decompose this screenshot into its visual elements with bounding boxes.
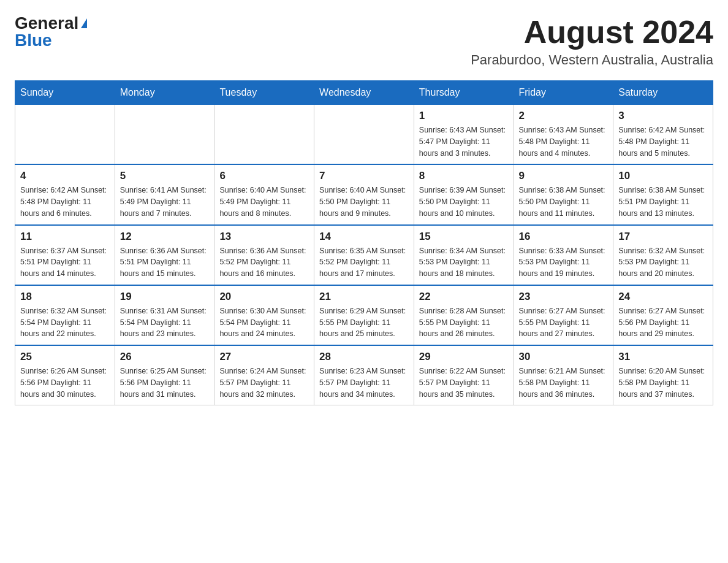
day-info: Sunrise: 6:32 AM Sunset: 5:54 PM Dayligh… [20,305,110,340]
day-info: Sunrise: 6:38 AM Sunset: 5:50 PM Dayligh… [519,185,609,219]
day-number: 3 [618,110,708,122]
day-number: 17 [618,231,708,243]
calendar-cell [115,105,214,165]
day-info: Sunrise: 6:42 AM Sunset: 5:48 PM Dayligh… [20,185,110,219]
calendar-week-row: 1Sunrise: 6:43 AM Sunset: 5:47 PM Daylig… [15,105,713,165]
location-title: Paraburdoo, Western Australia, Australia [471,52,713,68]
day-number: 20 [219,291,309,303]
calendar-cell: 12Sunrise: 6:36 AM Sunset: 5:51 PM Dayli… [115,225,214,285]
calendar-cell: 31Sunrise: 6:20 AM Sunset: 5:58 PM Dayli… [613,345,713,405]
day-info: Sunrise: 6:41 AM Sunset: 5:49 PM Dayligh… [120,185,210,219]
day-number: 22 [419,291,509,303]
day-number: 11 [20,231,110,243]
calendar-cell: 13Sunrise: 6:36 AM Sunset: 5:52 PM Dayli… [214,225,314,285]
calendar-cell: 11Sunrise: 6:37 AM Sunset: 5:51 PM Dayli… [15,225,115,285]
column-header-tuesday: Tuesday [214,81,314,105]
day-number: 7 [319,170,409,182]
day-info: Sunrise: 6:43 AM Sunset: 5:48 PM Dayligh… [519,124,609,159]
column-header-wednesday: Wednesday [314,81,414,105]
day-number: 18 [20,291,110,303]
calendar-week-row: 18Sunrise: 6:32 AM Sunset: 5:54 PM Dayli… [15,285,713,345]
day-number: 10 [618,170,708,182]
calendar-table: SundayMondayTuesdayWednesdayThursdayFrid… [15,80,713,405]
calendar-cell: 28Sunrise: 6:23 AM Sunset: 5:57 PM Dayli… [314,345,414,405]
day-info: Sunrise: 6:23 AM Sunset: 5:57 PM Dayligh… [319,366,409,400]
day-number: 14 [319,231,409,243]
calendar-cell: 14Sunrise: 6:35 AM Sunset: 5:52 PM Dayli… [314,225,414,285]
calendar-cell: 7Sunrise: 6:40 AM Sunset: 5:50 PM Daylig… [314,164,414,224]
calendar-cell: 2Sunrise: 6:43 AM Sunset: 5:48 PM Daylig… [514,105,613,165]
day-number: 24 [618,291,708,303]
day-number: 29 [419,351,509,363]
logo-general-text: General [15,15,78,32]
calendar-cell: 20Sunrise: 6:30 AM Sunset: 5:54 PM Dayli… [214,285,314,345]
day-info: Sunrise: 6:38 AM Sunset: 5:51 PM Dayligh… [618,185,708,219]
day-info: Sunrise: 6:27 AM Sunset: 5:55 PM Dayligh… [519,305,609,340]
day-number: 12 [120,231,210,243]
day-info: Sunrise: 6:43 AM Sunset: 5:47 PM Dayligh… [419,124,509,159]
calendar-cell: 15Sunrise: 6:34 AM Sunset: 5:53 PM Dayli… [414,225,514,285]
calendar-cell: 1Sunrise: 6:43 AM Sunset: 5:47 PM Daylig… [414,105,514,165]
day-info: Sunrise: 6:36 AM Sunset: 5:52 PM Dayligh… [219,245,309,280]
day-info: Sunrise: 6:42 AM Sunset: 5:48 PM Dayligh… [618,124,708,159]
calendar-cell: 23Sunrise: 6:27 AM Sunset: 5:55 PM Dayli… [514,285,613,345]
day-info: Sunrise: 6:40 AM Sunset: 5:50 PM Dayligh… [319,185,409,219]
calendar-cell: 8Sunrise: 6:39 AM Sunset: 5:50 PM Daylig… [414,164,514,224]
day-number: 16 [519,231,609,243]
calendar-cell: 27Sunrise: 6:24 AM Sunset: 5:57 PM Dayli… [214,345,314,405]
calendar-cell: 25Sunrise: 6:26 AM Sunset: 5:56 PM Dayli… [15,345,115,405]
day-info: Sunrise: 6:37 AM Sunset: 5:51 PM Dayligh… [20,245,110,280]
day-info: Sunrise: 6:39 AM Sunset: 5:50 PM Dayligh… [419,185,509,219]
day-info: Sunrise: 6:24 AM Sunset: 5:57 PM Dayligh… [219,366,309,400]
calendar-cell: 29Sunrise: 6:22 AM Sunset: 5:57 PM Dayli… [414,345,514,405]
day-info: Sunrise: 6:35 AM Sunset: 5:52 PM Dayligh… [319,245,409,280]
column-header-monday: Monday [115,81,214,105]
day-number: 27 [219,351,309,363]
calendar-header-row: SundayMondayTuesdayWednesdayThursdayFrid… [15,81,713,105]
day-info: Sunrise: 6:20 AM Sunset: 5:58 PM Dayligh… [618,366,708,400]
calendar-cell: 24Sunrise: 6:27 AM Sunset: 5:56 PM Dayli… [613,285,713,345]
day-info: Sunrise: 6:28 AM Sunset: 5:55 PM Dayligh… [419,305,509,340]
calendar-cell: 16Sunrise: 6:33 AM Sunset: 5:53 PM Dayli… [514,225,613,285]
day-info: Sunrise: 6:34 AM Sunset: 5:53 PM Dayligh… [419,245,509,280]
calendar-cell [214,105,314,165]
logo: General Blue [15,15,87,49]
calendar-cell: 6Sunrise: 6:40 AM Sunset: 5:49 PM Daylig… [214,164,314,224]
day-number: 21 [319,291,409,303]
calendar-cell [314,105,414,165]
column-header-saturday: Saturday [613,81,713,105]
day-info: Sunrise: 6:32 AM Sunset: 5:53 PM Dayligh… [618,245,708,280]
month-title: August 2024 [471,15,713,50]
calendar-week-row: 4Sunrise: 6:42 AM Sunset: 5:48 PM Daylig… [15,164,713,224]
day-number: 23 [519,291,609,303]
title-section: August 2024 Paraburdoo, Western Australi… [471,15,713,68]
day-number: 28 [319,351,409,363]
column-header-thursday: Thursday [414,81,514,105]
day-info: Sunrise: 6:27 AM Sunset: 5:56 PM Dayligh… [618,305,708,340]
logo-triangle-icon [81,18,87,28]
calendar-cell: 10Sunrise: 6:38 AM Sunset: 5:51 PM Dayli… [613,164,713,224]
calendar-cell: 19Sunrise: 6:31 AM Sunset: 5:54 PM Dayli… [115,285,214,345]
day-number: 9 [519,170,609,182]
calendar-cell: 21Sunrise: 6:29 AM Sunset: 5:55 PM Dayli… [314,285,414,345]
day-info: Sunrise: 6:29 AM Sunset: 5:55 PM Dayligh… [319,305,409,340]
day-number: 26 [120,351,210,363]
day-info: Sunrise: 6:33 AM Sunset: 5:53 PM Dayligh… [519,245,609,280]
day-number: 19 [120,291,210,303]
day-number: 31 [618,351,708,363]
logo-blue-text: Blue [15,32,52,49]
calendar-week-row: 25Sunrise: 6:26 AM Sunset: 5:56 PM Dayli… [15,345,713,405]
day-number: 30 [519,351,609,363]
day-number: 5 [120,170,210,182]
calendar-cell: 18Sunrise: 6:32 AM Sunset: 5:54 PM Dayli… [15,285,115,345]
day-number: 8 [419,170,509,182]
day-info: Sunrise: 6:26 AM Sunset: 5:56 PM Dayligh… [20,366,110,400]
day-info: Sunrise: 6:22 AM Sunset: 5:57 PM Dayligh… [419,366,509,400]
calendar-cell: 9Sunrise: 6:38 AM Sunset: 5:50 PM Daylig… [514,164,613,224]
day-number: 25 [20,351,110,363]
calendar-week-row: 11Sunrise: 6:37 AM Sunset: 5:51 PM Dayli… [15,225,713,285]
day-info: Sunrise: 6:36 AM Sunset: 5:51 PM Dayligh… [120,245,210,280]
calendar-cell: 30Sunrise: 6:21 AM Sunset: 5:58 PM Dayli… [514,345,613,405]
day-info: Sunrise: 6:30 AM Sunset: 5:54 PM Dayligh… [219,305,309,340]
calendar-cell: 17Sunrise: 6:32 AM Sunset: 5:53 PM Dayli… [613,225,713,285]
